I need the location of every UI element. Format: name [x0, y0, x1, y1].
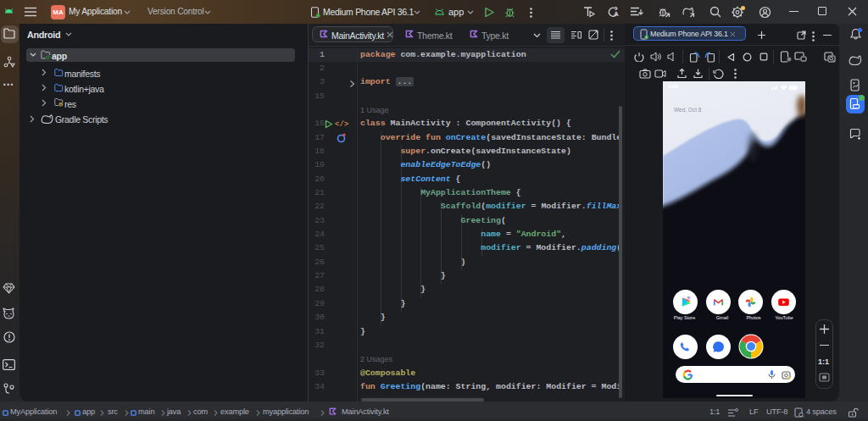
svg-text:A: A — [614, 10, 619, 18]
